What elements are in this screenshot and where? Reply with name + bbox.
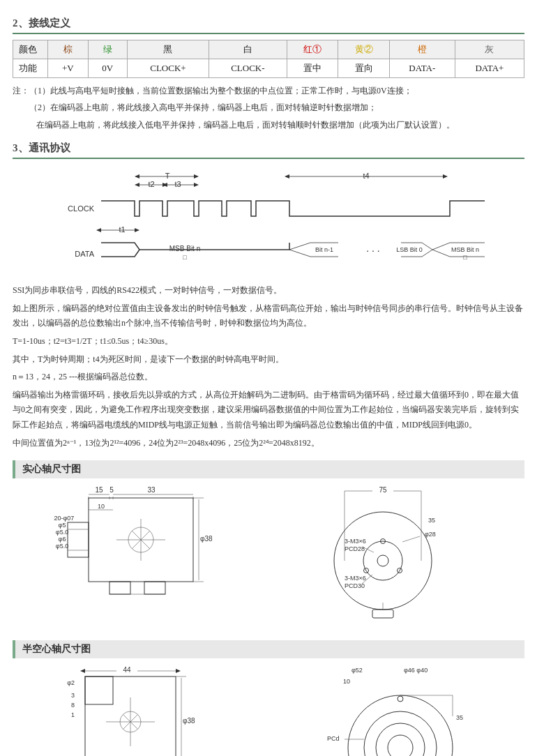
row-label: 功能 [13,59,48,78]
svg-text:. . .: . . . [366,243,379,254]
hollow-shaft-front-svg: .hf { stroke:#333; stroke-width:1; fill:… [317,664,484,756]
svg-text:35: 35 [456,714,463,721]
cell-clock-minus: CLOCK- [209,59,287,78]
svg-point-123 [364,711,437,756]
svg-text:DATA: DATA [75,250,94,258]
svg-text:t4: t4 [363,172,369,180]
svg-text:35: 35 [428,517,435,524]
svg-text:T: T [165,172,170,180]
hollow-shaft-section: 半空心轴尺寸图 .hs { stroke:#333; stroke-width:… [13,640,524,756]
svg-rect-55 [109,582,130,594]
wiring-table: 颜色 棕 绿 黑 白 红① 黄② 橙 灰 功能 +V 0V CLOCK+ CLO… [13,40,524,78]
svg-text:LSB Bit 0: LSB Bit 0 [396,246,423,253]
svg-text:1: 1 [70,711,74,718]
svg-text:5: 5 [109,486,114,494]
cell-clock-plus: CLOCK+ [127,59,209,78]
svg-text:t3: t3 [174,180,181,188]
svg-point-87 [377,555,388,566]
hollow-shaft-front-view: .hf { stroke:#333; stroke-width:1; fill:… [275,664,524,756]
table-data-row: 功能 +V 0V CLOCK+ CLOCK- 置中 置向 DATA- DATA+ [13,59,524,78]
svg-point-76 [334,512,432,610]
svg-rect-47 [68,522,89,557]
svg-text:44: 44 [123,666,131,674]
hollow-shaft-side-svg: .hs { stroke:#333; stroke-width:1; fill:… [54,664,221,756]
cell-data-minus: DATA- [389,59,455,78]
svg-point-77 [363,541,402,580]
svg-text:φ20-φ07: φ20-φ07 [54,515,74,522]
svg-text:3-M3×6: 3-M3×6 [345,575,366,582]
svg-text:t2: t2 [148,180,154,188]
solid-shaft-side-view: .ds { stroke:#333; stroke-width:1; fill:… [13,484,262,630]
svg-line-35 [432,243,450,250]
section2: 2、接线定义 颜色 棕 绿 黑 白 红① 黄② 橙 灰 功能 +V 0V CLO… [13,17,524,132]
svg-text:33: 33 [147,486,156,494]
cell-pv: +V [48,59,89,78]
col-brown: 棕 [48,40,89,59]
svg-text:□: □ [183,254,187,261]
hollow-shaft-side-view: .hs { stroke:#333; stroke-width:1; fill:… [13,664,262,756]
svg-marker-11 [194,183,199,187]
proto-p2: 如上图所示，编码器的绝对位置值由主设备发出的时钟信号触发，从格雷码高位开始，输出… [13,301,524,331]
col-yellow: 黄② [338,40,390,59]
solid-shaft-front-svg: .df { stroke:#333; stroke-width:1; fill:… [324,484,477,630]
svg-text:φ6: φ6 [58,536,66,543]
proto-p3: T=1-10us；t2=t3=1/2T；t1≤0.5us；t4≥30us。 [13,334,524,349]
cell-0v: 0V [88,59,127,78]
svg-text:CLOCK: CLOCK [68,204,95,213]
svg-line-25 [289,250,310,257]
table-header-row: 颜色 棕 绿 黑 白 红① 黄② 橙 灰 [13,40,524,59]
svg-text:15: 15 [95,486,103,494]
svg-text:□: □ [463,254,467,261]
proto-p7: 中间位置值为2ⁿ⁻¹，13位为2¹²=4096，24位为2²³=2048x409… [13,436,524,451]
svg-point-125 [388,735,413,756]
svg-text:10: 10 [97,503,104,510]
proto-p1: SSI为同步串联信号，四线的RS422模式，一对时钟信号，一对数据信号。 [13,283,524,298]
section3: 3、通讯协议 .td-text { font-size: 11px; font-… [13,142,524,451]
svg-rect-101 [85,676,113,704]
section3-title: 3、通讯协议 [13,142,524,159]
solid-shaft-section: 实心轴尺寸图 .ds { stroke:#333; stroke-width:1… [13,460,524,630]
col-gray: 灰 [455,40,524,59]
svg-text:PCD28: PCD28 [345,545,365,552]
solid-shaft-side-svg: .ds { stroke:#333; stroke-width:1; fill:… [54,484,221,630]
svg-marker-3 [194,174,199,179]
col-color: 颜色 [13,40,48,59]
svg-text:φ46 φ40: φ46 φ40 [404,667,428,674]
svg-text:8: 8 [70,702,74,709]
svg-point-124 [376,723,425,756]
svg-text:3-M3×6: 3-M3×6 [345,538,366,545]
timing-diagram: .td-text { font-size: 11px; font-family:… [13,166,524,278]
svg-text:PCd: PCd [327,735,340,742]
svg-text:t1: t1 [119,225,125,234]
svg-text:3: 3 [70,692,74,699]
solid-shaft-diagrams: .ds { stroke:#333; stroke-width:1; fill:… [13,484,524,630]
svg-line-36 [432,250,450,257]
col-red: 红① [287,40,338,59]
svg-text:MSB Bit n: MSB Bit n [451,246,479,253]
svg-point-126 [398,696,403,702]
proto-p4: 其中，T为时钟周期；t4为死区时间，是读下一个数据的时钟高电平时间。 [13,352,524,368]
proto-p5: n＝13，24，25 ---根据编码器总位数。 [13,370,524,385]
svg-point-122 [348,695,453,756]
svg-text:φ28: φ28 [425,531,436,538]
svg-text:75: 75 [379,486,387,494]
svg-marker-98 [80,669,85,673]
svg-text:φ5.0: φ5.0 [55,543,68,550]
svg-text:φ2: φ2 [67,679,75,686]
svg-text:10: 10 [343,678,350,685]
svg-marker-99 [176,669,181,673]
svg-marker-14 [285,174,289,179]
note2: （2）在编码器上电前，将此线接入高电平并保持，编码器上电后，面对转轴逆时针数据增… [13,100,524,114]
svg-marker-7 [135,183,139,187]
svg-rect-56 [144,582,165,594]
col-black: 黑 [127,40,209,59]
svg-text:MSB Bit n: MSB Bit n [169,245,200,252]
svg-line-24 [289,243,310,250]
hollow-shaft-diagrams: .hs { stroke:#333; stroke-width:1; fill:… [13,664,524,756]
col-orange: 橙 [389,40,455,59]
svg-text:PCD30: PCD30 [345,582,365,589]
svg-marker-2 [135,174,139,179]
proto-p6: 编码器输出为格雷循环码，接收后先以异或的方式，从高位开始解码为二进制码。由于格雷… [13,388,524,433]
note1: 注：（1）此线与高电平短时接触，当前位置数据输出为整个数据的中点位置；正常工作时… [13,84,524,98]
col-green: 绿 [88,40,127,59]
